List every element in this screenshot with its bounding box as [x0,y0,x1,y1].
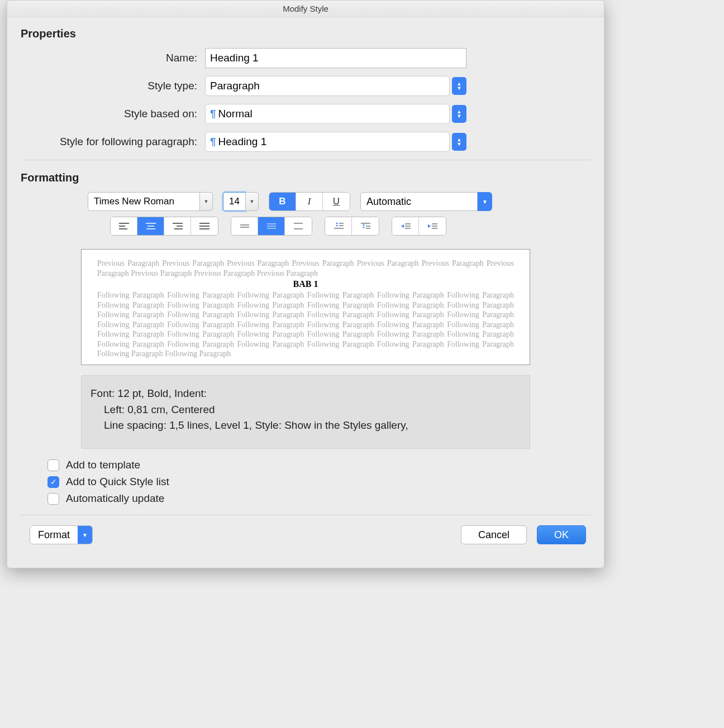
style-type-label: Style type: [21,80,205,92]
desc-line-1: Font: 12 pt, Bold, Indent: [90,386,521,402]
pilcrow-icon: ¶ [210,108,216,120]
preview-box: Previous Paragraph Previous Paragraph Pr… [81,249,530,365]
preview-sample-text: BAB 1 [97,279,514,289]
checkbox-icon [47,459,59,471]
format-dropdown[interactable]: Format [30,525,93,544]
font-size-combo[interactable]: ▼ [223,192,259,211]
add-to-template-checkbox[interactable]: Add to template [47,459,590,471]
underline-button[interactable]: U [323,193,350,210]
preview-following-text: Following Paragraph Following Paragraph … [97,290,514,359]
formatting-heading: Formatting [21,171,590,184]
style-description: Font: 12 pt, Bold, Indent: Left: 0,81 cm… [81,375,530,449]
font-size-input[interactable] [223,192,245,211]
font-color-select[interactable]: Automatic [360,192,492,211]
style-type-select[interactable]: Paragraph [205,76,466,96]
font-name-input[interactable] [88,192,199,211]
align-center-button[interactable] [137,217,164,235]
desc-line-2: Left: 0,81 cm, Centered [90,402,521,418]
stepper-icon [452,133,466,151]
svg-marker-33 [428,224,431,228]
spacing-2-button[interactable] [285,217,312,235]
italic-button[interactable]: I [296,193,323,210]
window-title: Modify Style [7,1,604,17]
desc-line-3: Line spacing: 1,5 lines, Level 1, Style:… [90,418,521,434]
svg-marker-26 [363,227,365,228]
auto-update-label: Automatically update [66,492,164,505]
align-left-button[interactable] [111,217,137,235]
increase-indent-button[interactable] [419,217,446,235]
svg-marker-29 [401,224,404,228]
line-spacing-group [231,217,312,236]
stepper-icon [452,105,466,123]
ok-button[interactable]: OK [537,525,586,544]
properties-heading: Properties [21,27,590,40]
font-name-combo[interactable]: ▼ [88,192,213,211]
modify-style-dialog: Modify Style Properties Name: Style type… [7,0,604,568]
preview-previous-text: Previous Paragraph Previous Paragraph Pr… [97,258,514,278]
style-following-value: Heading 1 [218,136,267,148]
add-to-quick-style-checkbox[interactable]: Add to Quick Style list [47,476,590,488]
style-following-select[interactable]: ¶Heading 1 [205,132,466,152]
pilcrow-icon: ¶ [210,136,216,148]
align-justify-button[interactable] [191,217,218,235]
style-based-on-select[interactable]: ¶Normal [205,104,466,124]
paragraph-spacing-group [325,217,379,236]
chevron-down-icon[interactable]: ▼ [245,192,259,211]
font-style-group: B I U [269,192,350,211]
name-input[interactable] [205,48,466,68]
add-to-template-label: Add to template [66,459,140,471]
align-right-button[interactable] [164,217,191,235]
style-following-label: Style for following paragraph: [21,136,205,148]
style-based-on-label: Style based on: [21,108,205,120]
svg-marker-25 [363,224,365,226]
spacing-1-button[interactable] [231,217,258,235]
format-dropdown-label: Format [30,526,78,544]
bold-button[interactable]: B [269,193,296,210]
indent-group [392,217,446,236]
stepper-icon [452,77,466,95]
checkbox-icon [47,493,59,505]
add-to-quick-style-label: Add to Quick Style list [66,476,169,488]
alignment-group [110,217,218,236]
chevron-down-icon [478,192,492,211]
svg-marker-19 [336,222,338,224]
checkbox-checked-icon [47,476,59,488]
style-based-on-value: Normal [218,108,253,120]
svg-marker-20 [336,225,338,227]
name-label: Name: [21,52,205,64]
chevron-down-icon[interactable]: ▼ [199,192,213,211]
font-color-value: Automatic [360,192,478,211]
auto-update-checkbox[interactable]: Automatically update [47,492,590,505]
space-before-button[interactable] [325,217,352,235]
decrease-indent-button[interactable] [392,217,419,235]
spacing-1.5-button[interactable] [258,217,285,235]
chevron-down-icon [78,526,92,544]
cancel-button[interactable]: Cancel [461,525,527,544]
space-after-button[interactable] [352,217,379,235]
style-type-value: Paragraph [205,76,450,96]
